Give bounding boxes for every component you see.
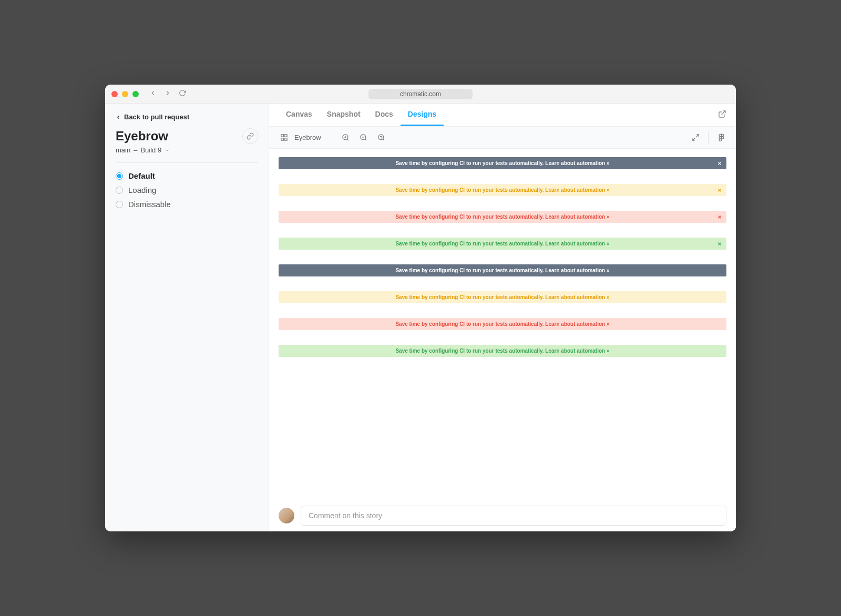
toolbar-crumb: Eyebrow	[294, 134, 321, 141]
zoom-out-icon	[360, 134, 367, 141]
banner-text: Save time by configuring CI to run your …	[395, 241, 609, 247]
expand-icon	[692, 134, 700, 141]
story-item-default[interactable]: Default	[116, 171, 258, 180]
toolbar: Eyebrow	[269, 127, 736, 149]
crumb-group: Eyebrow	[276, 130, 327, 145]
svg-point-12	[378, 135, 384, 140]
tab-docs[interactable]: Docs	[368, 104, 401, 126]
browser-nav	[149, 89, 186, 99]
banner-text: Save time by configuring CI to run your …	[395, 348, 609, 354]
eyebrow-banner: Save time by configuring CI to run your …	[279, 157, 726, 169]
build-breadcrumb[interactable]: main – Build 9	[116, 146, 258, 154]
radio-icon	[116, 187, 123, 194]
app-body: Back to pull request Eyebrow main – Buil…	[105, 104, 736, 531]
story-label: Loading	[128, 186, 156, 194]
eyebrow-banner: Save time by configuring CI to run your …	[279, 184, 726, 196]
nav-back-button[interactable]	[149, 89, 157, 99]
banner-close-button[interactable]	[717, 214, 722, 220]
component-icon-button[interactable]	[276, 130, 291, 145]
svg-line-6	[347, 139, 348, 140]
external-link-icon	[718, 110, 726, 118]
comment-input[interactable]	[301, 506, 726, 526]
banner-close-button[interactable]	[717, 161, 722, 166]
radio-icon	[116, 201, 123, 208]
story-item-dismissable[interactable]: Dismissable	[116, 200, 258, 209]
svg-rect-3	[284, 138, 286, 140]
sidebar: Back to pull request Eyebrow main – Buil…	[105, 104, 269, 531]
toolbar-separator	[333, 132, 333, 143]
banner-text: Save time by configuring CI to run your …	[395, 294, 609, 300]
story-item-loading[interactable]: Loading	[116, 186, 258, 194]
back-label: Back to pull request	[124, 113, 189, 121]
browser-window: chromatic.com Back to pull request Eyebr…	[105, 85, 736, 531]
title-row: Eyebrow	[116, 128, 258, 144]
nav-forward-button[interactable]	[164, 89, 171, 99]
banner-text: Save time by configuring CI to run your …	[395, 187, 609, 193]
window-controls	[111, 91, 139, 97]
story-label: Dismissable	[128, 200, 171, 209]
copy-link-button[interactable]	[242, 128, 258, 144]
banner-text: Save time by configuring CI to run your …	[395, 321, 609, 327]
svg-line-14	[696, 135, 698, 137]
open-external-button[interactable]	[718, 110, 726, 120]
main-panel: Canvas Snapshot Docs Designs Eyebrow	[269, 104, 736, 531]
figma-icon	[717, 134, 725, 141]
banner-close-button[interactable]	[717, 241, 722, 247]
zoom-reset-button[interactable]	[374, 130, 389, 145]
tab-canvas[interactable]: Canvas	[279, 104, 320, 126]
zoom-out-button[interactable]	[356, 130, 371, 145]
grid-icon	[280, 134, 288, 141]
banner-close-button[interactable]	[717, 188, 722, 193]
avatar	[279, 508, 294, 523]
eyebrow-banner: Save time by configuring CI to run your …	[279, 318, 726, 330]
toolbar-separator	[708, 132, 709, 143]
design-canvas: Save time by configuring CI to run your …	[269, 149, 736, 499]
banner-text: Save time by configuring CI to run your …	[395, 268, 609, 273]
figma-button[interactable]	[714, 130, 729, 145]
tab-bar: Canvas Snapshot Docs Designs	[269, 104, 736, 127]
link-icon	[247, 132, 254, 140]
nav-reload-button[interactable]	[179, 89, 186, 99]
maximize-window-button[interactable]	[132, 91, 139, 97]
close-icon	[717, 214, 722, 220]
chevron-down-icon	[165, 148, 170, 153]
build-label: Build 9	[140, 146, 161, 154]
url-bar[interactable]: chromatic.com	[368, 89, 473, 99]
branch-name: main	[116, 146, 130, 154]
zoom-in-icon	[342, 134, 350, 141]
svg-line-10	[365, 139, 366, 140]
svg-line-0	[722, 111, 725, 115]
banner-text: Save time by configuring CI to run your …	[395, 160, 609, 166]
browser-titlebar: chromatic.com	[105, 85, 736, 104]
banner-text: Save time by configuring CI to run your …	[395, 214, 609, 220]
eyebrow-banner: Save time by configuring CI to run your …	[279, 238, 726, 250]
back-to-pr-link[interactable]: Back to pull request	[116, 113, 258, 121]
story-list: Default Loading Dismissable	[116, 171, 258, 209]
story-label: Default	[128, 171, 155, 180]
divider	[116, 162, 258, 163]
svg-line-15	[692, 138, 694, 140]
eyebrow-banner: Save time by configuring CI to run your …	[279, 211, 726, 223]
tab-designs[interactable]: Designs	[401, 104, 444, 126]
eyebrow-banner: Save time by configuring CI to run your …	[279, 291, 726, 303]
svg-line-13	[383, 139, 384, 140]
expand-button[interactable]	[688, 130, 703, 145]
svg-rect-1	[281, 135, 283, 137]
close-icon	[717, 188, 722, 193]
zoom-reset-icon	[377, 134, 385, 141]
zoom-in-button[interactable]	[339, 130, 353, 145]
radio-icon	[116, 172, 123, 180]
svg-rect-4	[281, 138, 283, 140]
svg-rect-2	[284, 135, 286, 137]
minimize-window-button[interactable]	[122, 91, 128, 97]
eyebrow-banner: Save time by configuring CI to run your …	[279, 345, 726, 357]
eyebrow-banner: Save time by configuring CI to run your …	[279, 264, 726, 276]
chevron-left-icon	[116, 115, 121, 120]
close-icon	[717, 241, 722, 247]
separator: –	[134, 146, 137, 154]
comment-bar	[269, 499, 736, 531]
tab-snapshot[interactable]: Snapshot	[320, 104, 368, 126]
page-title: Eyebrow	[116, 129, 168, 143]
close-icon	[717, 161, 722, 166]
close-window-button[interactable]	[111, 91, 118, 97]
